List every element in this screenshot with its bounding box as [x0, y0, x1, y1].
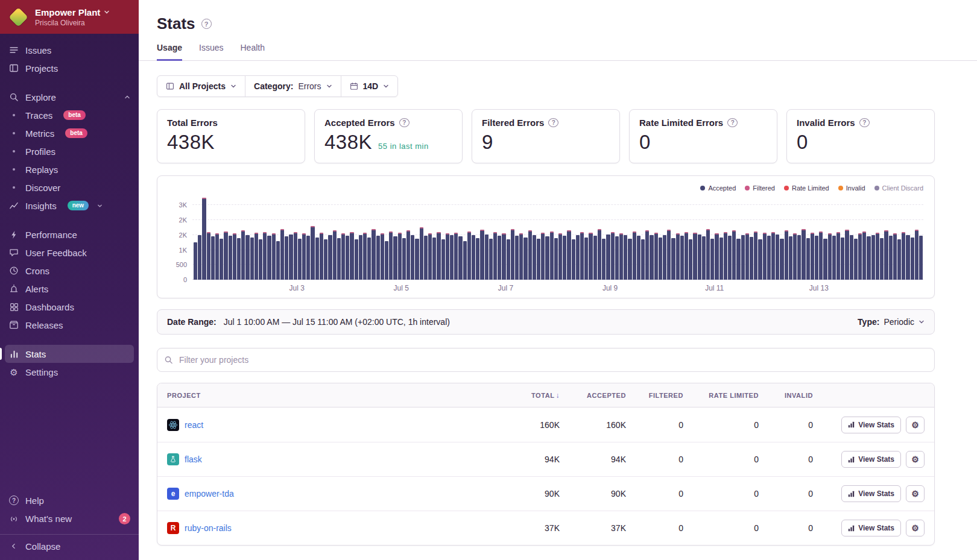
org-switcher[interactable]: Empower Plant Priscila Oliveira [0, 0, 139, 34]
project-settings-button[interactable]: ⚙ [906, 417, 925, 433]
project-settings-button[interactable]: ⚙ [906, 520, 925, 536]
tab-issues[interactable]: Issues [199, 43, 223, 61]
sidebar-item-issues[interactable]: Issues [0, 41, 139, 59]
help-icon[interactable]: ? [399, 118, 409, 127]
legend-item[interactable]: Filtered [745, 184, 775, 192]
total-value: 94K [493, 455, 560, 464]
project-filter-dropdown[interactable]: All Projects [157, 76, 245, 96]
chart-bar [633, 231, 636, 280]
chart-bar [911, 238, 914, 280]
chart-bar [341, 233, 345, 280]
view-stats-label: View Stats [858, 489, 894, 498]
sidebar-item-metrics[interactable]: Metrics beta [0, 124, 139, 142]
x-tick-label: Jul 7 [498, 284, 513, 292]
view-stats-button[interactable]: View Stats [841, 451, 901, 468]
legend-item[interactable]: Accepted [700, 184, 736, 192]
chart-bar [728, 236, 732, 280]
sidebar-item-help[interactable]: ? Help [0, 491, 139, 509]
project-link[interactable]: empower-tda [185, 489, 234, 499]
chart-bar [637, 236, 640, 280]
sidebar-item-label: Crons [25, 266, 49, 276]
col-invalid[interactable]: INVALID [759, 392, 813, 399]
sidebar-item-insights[interactable]: Insights new [0, 197, 139, 215]
project-link[interactable]: react [185, 420, 203, 430]
col-rate-limited[interactable]: RATE LIMITED [683, 392, 759, 399]
legend-item[interactable]: Client Discard [874, 184, 923, 192]
table-row: eempower-tda90K90K000View Stats⚙ [157, 476, 934, 511]
category-filter-dropdown[interactable]: Category: Errors [245, 76, 340, 96]
view-stats-label: View Stats [858, 455, 894, 464]
col-filtered[interactable]: FILTERED [626, 392, 683, 399]
view-stats-button[interactable]: View Stats [841, 485, 901, 502]
sidebar-item-explore[interactable]: Explore [0, 88, 139, 106]
col-project[interactable]: PROJECT [167, 392, 493, 399]
sidebar-item-whats-new[interactable]: What's new 2 [0, 509, 139, 528]
sidebar-item-projects[interactable]: Projects [0, 59, 139, 77]
legend-dot-icon [784, 186, 789, 190]
chart-bar [398, 233, 402, 280]
sidebar-collapse-button[interactable]: Collapse [0, 534, 139, 555]
project-link[interactable]: ruby-on-rails [185, 523, 232, 533]
chart-bar [523, 238, 527, 280]
project-settings-button[interactable]: ⚙ [906, 451, 925, 468]
legend-item[interactable]: Invalid [838, 184, 865, 192]
sidebar-item-label: Issues [25, 45, 51, 55]
project-filter-input[interactable] [157, 348, 935, 372]
help-icon: ? [8, 495, 19, 506]
table-body: react160K160K000View Stats⚙flask94K94K00… [157, 407, 934, 545]
chart-bar [476, 238, 479, 280]
sidebar-item-discover[interactable]: Discover [0, 178, 139, 197]
sidebar-item-dashboards[interactable]: Dashboards [0, 298, 139, 316]
help-icon[interactable]: ? [859, 118, 870, 127]
bullet-icon [8, 128, 19, 139]
tab-usage[interactable]: Usage [157, 43, 182, 61]
chevron-down-icon [326, 83, 332, 89]
releases-icon [8, 319, 19, 330]
view-stats-button[interactable]: View Stats [841, 417, 901, 433]
project-settings-button[interactable]: ⚙ [906, 485, 925, 502]
card-value: 0 [639, 131, 767, 154]
sidebar-item-profiles[interactable]: Profiles [0, 142, 139, 160]
chart-bar [806, 238, 810, 280]
col-accepted[interactable]: ACCEPTED [560, 392, 626, 399]
sidebar-item-user-feedback[interactable]: User Feedback [0, 244, 139, 262]
page-help-icon[interactable]: ? [201, 19, 212, 29]
chart-bar [441, 239, 445, 280]
chart-bar [736, 239, 740, 280]
chart-bar [359, 235, 362, 280]
sidebar-item-settings[interactable]: ⚙ Settings [0, 363, 139, 381]
chart-bar [567, 230, 571, 280]
chart-type-dropdown[interactable]: Type: Periodic [858, 317, 925, 327]
sidebar-item-alerts[interactable]: Alerts [0, 280, 139, 298]
view-stats-button[interactable]: View Stats [841, 520, 901, 536]
chart-bar [671, 238, 675, 280]
chart-bar [815, 236, 818, 280]
col-total[interactable]: TOTAL↓ [493, 391, 560, 400]
chart-bar [498, 236, 501, 280]
sidebar-item-performance[interactable]: Performance [0, 225, 139, 244]
sidebar-item-traces[interactable]: Traces beta [0, 106, 139, 124]
chart-bar [758, 239, 762, 280]
chart-bar [393, 236, 397, 280]
org-user-name: Priscila Oliveira [35, 19, 110, 27]
chart-bar [250, 238, 254, 280]
chart-bar [915, 230, 919, 280]
date-range-dropdown[interactable]: 14D [341, 76, 398, 96]
legend-item[interactable]: Rate Limited [784, 184, 829, 192]
sidebar-item-crons[interactable]: Crons [0, 262, 139, 280]
chart-bar [797, 235, 801, 280]
chart-bar [428, 233, 432, 280]
rate-limited-value: 0 [683, 455, 759, 464]
sidebar-item-releases[interactable]: Releases [0, 316, 139, 334]
project-link[interactable]: flask [185, 455, 202, 464]
chart-bar [363, 233, 367, 280]
help-icon[interactable]: ? [727, 118, 738, 127]
card-title: Accepted Errors [324, 118, 395, 128]
sidebar-item-replays[interactable]: Replays [0, 160, 139, 178]
tab-health[interactable]: Health [241, 43, 265, 61]
chart-bar [685, 232, 688, 280]
help-icon[interactable]: ? [548, 118, 558, 127]
new-badge: new [68, 201, 89, 210]
chart-bar [676, 233, 680, 280]
sidebar-item-stats[interactable]: Stats [5, 345, 134, 363]
